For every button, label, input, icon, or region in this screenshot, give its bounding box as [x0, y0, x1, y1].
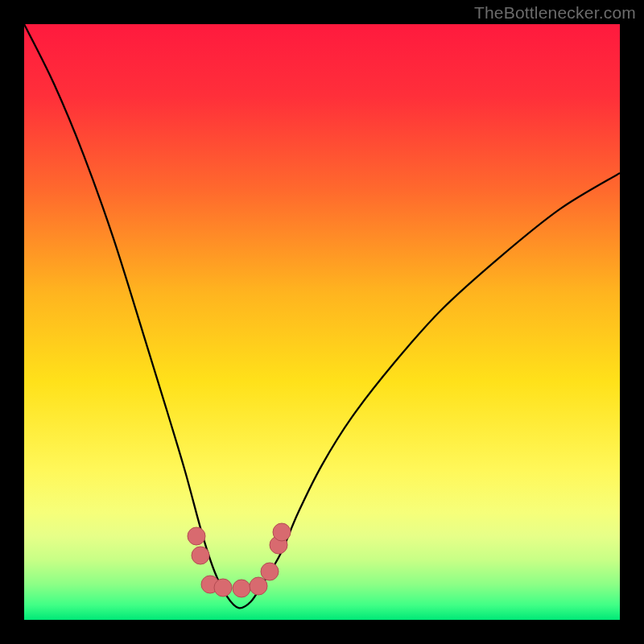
- plot-area: [24, 24, 620, 620]
- scatter-point: [273, 523, 291, 541]
- scatter-point: [214, 579, 232, 597]
- chart-frame: TheBottlenecker.com: [0, 0, 644, 644]
- scatter-point: [261, 563, 279, 580]
- bottleneck-curve: [24, 24, 620, 608]
- scatter-point: [192, 547, 209, 564]
- scatter-point: [233, 580, 250, 597]
- curve-layer: [24, 24, 620, 620]
- scatter-markers: [188, 523, 291, 597]
- scatter-point: [188, 527, 205, 545]
- watermark-text: TheBottlenecker.com: [474, 3, 636, 23]
- scatter-point: [250, 577, 267, 595]
